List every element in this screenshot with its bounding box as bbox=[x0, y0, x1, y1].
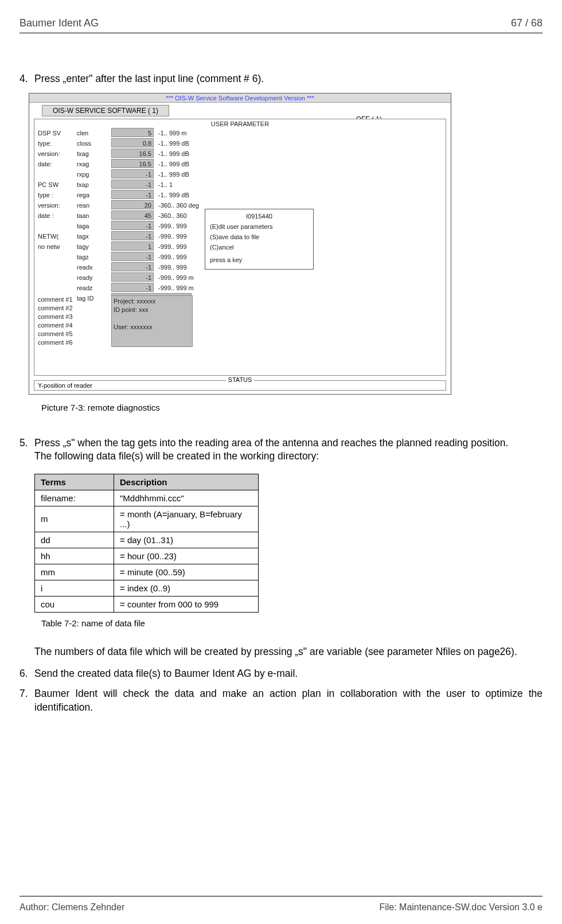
table-row: i= index (0..9) bbox=[35, 580, 259, 596]
screenshot-body: USER PARAMETER DSP SVtype:version:date: … bbox=[34, 119, 446, 376]
step-6: 6. Send the created data file(s) to Baum… bbox=[19, 667, 543, 681]
footer-author: Author: Clemens Zehnder bbox=[19, 902, 124, 913]
figure-caption: Picture 7-3: remote diagnostics bbox=[41, 403, 543, 412]
table-row: cou= counter from 000 to 999 bbox=[35, 596, 259, 612]
step-num: 5. bbox=[19, 436, 34, 463]
popup-option-save: (S)ave data to file bbox=[210, 232, 309, 242]
popup-dialog: I0915440 (E)dit user parameters (S)ave d… bbox=[205, 209, 314, 270]
user-parameter-heading: USER PARAMETER bbox=[34, 120, 446, 127]
table-row: hh= hour (00..23) bbox=[35, 548, 259, 564]
note-after-table: The numbers of data file which will be c… bbox=[34, 645, 543, 659]
th-terms: Terms bbox=[35, 474, 114, 490]
table-caption: Table 7-2: name of data file bbox=[41, 618, 543, 628]
status-text: Y-position of reader bbox=[38, 382, 92, 389]
step-text: Press „enter" after the last input line … bbox=[34, 72, 543, 86]
step-num: 4. bbox=[19, 72, 34, 86]
table-row: mm= minute (00..59) bbox=[35, 564, 259, 580]
content: 4. Press „enter" after the last input li… bbox=[19, 72, 543, 880]
page-header: Baumer Ident AG 67 / 68 bbox=[19, 17, 543, 33]
param-names-column: clenclosstxagrxagrxpgtxapregareantaantag… bbox=[77, 128, 107, 303]
screenshot-frame: *** OIS-W Service Software Development V… bbox=[29, 93, 451, 395]
step-text: Send the created data file(s) to Baumer … bbox=[34, 667, 543, 681]
page-footer: Author: Clemens Zehnder File: Maintenanc… bbox=[19, 896, 543, 913]
footer-file: File: Maintenance-SW.doc Version 3.0 e bbox=[379, 902, 543, 913]
status-heading: STATUS bbox=[226, 376, 255, 383]
comment-box: Project: xxxxxxID point: xxx User: xxxxx… bbox=[111, 295, 193, 347]
step-num: 6. bbox=[19, 667, 34, 681]
step-4: 4. Press „enter" after the last input li… bbox=[19, 72, 543, 86]
popup-hint: press a key bbox=[210, 255, 309, 265]
popup-option-edit: (E)dit user parameters bbox=[210, 221, 309, 232]
table-row: dd= day (01..31) bbox=[35, 532, 259, 548]
software-chip: OIS-W SERVICE SOFTWARE ( 1) bbox=[42, 105, 169, 116]
param-values-column: 50.816.516.5-1-1-12045-1-11-1-1-1-1756 bbox=[111, 128, 154, 303]
step-num: 7. bbox=[19, 687, 34, 714]
popup-option-cancel: (C)ancel bbox=[210, 242, 309, 252]
left-info-column: DSP SVtype:version:date: PC SWtype :vers… bbox=[38, 128, 72, 303]
step-5: 5. Press „s" when the tag gets into the … bbox=[19, 436, 543, 463]
terms-table: Terms Description filename:"Mddhhmmi.ccc… bbox=[34, 474, 259, 613]
screenshot-titlebar: *** OIS-W Service Software Development V… bbox=[29, 93, 451, 103]
table-row: m= month (A=january, B=february ...) bbox=[35, 506, 259, 532]
company-name: Baumer Ident AG bbox=[19, 17, 99, 29]
popup-title: I0915440 bbox=[210, 211, 309, 221]
step-text: Press „s" when the tag gets into the rea… bbox=[34, 436, 543, 463]
comment-labels: comment #1comment #2comment #3comment #4… bbox=[38, 295, 107, 347]
step-text: Baumer Ident will check the data and mak… bbox=[34, 687, 543, 714]
step-7: 7. Baumer Ident will check the data and … bbox=[19, 687, 543, 714]
table-row: filename:"Mddhhmmi.ccc" bbox=[35, 490, 259, 506]
page-number: 67 / 68 bbox=[511, 17, 543, 29]
comments-block: comment #1comment #2comment #3comment #4… bbox=[38, 295, 193, 347]
param-ranges-column: -1.. 999 m-1.. 999 dB-1.. 999 dB-1.. 999… bbox=[158, 128, 199, 303]
th-description: Description bbox=[114, 474, 259, 490]
status-bar: STATUS Y-position of reader bbox=[34, 380, 446, 391]
